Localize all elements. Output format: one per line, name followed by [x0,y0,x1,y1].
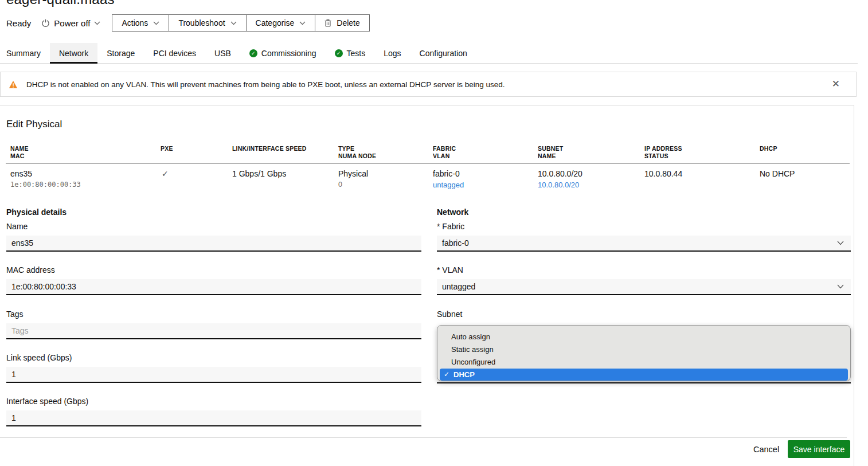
power-icon [41,19,50,28]
interface-ip: 10.0.80.44 [644,169,682,178]
vlan-select[interactable]: untagged [437,279,851,295]
tab-storage[interactable]: Storage [97,43,144,64]
interface-speed: 1 Gbps/1 Gbps [232,169,286,178]
delete-button[interactable]: Delete [315,15,369,31]
tags-label: Tags [6,310,24,319]
tab-usb-label: USB [214,49,231,58]
troubleshoot-button[interactable]: Troubleshoot [169,15,245,31]
save-interface-button[interactable]: Save interface [788,440,850,458]
edit-physical-panel: Edit Physical NAMEMAC PXE LINK/INTERFACE… [0,105,854,466]
link-speed-label: Link speed (Gbps) [6,353,72,362]
power-menu[interactable]: Power off [41,18,100,28]
actions-button[interactable]: Actions [112,15,169,31]
machine-tab-bar: Summary Network Storage PCI devices USB … [0,43,858,64]
option-dhcp[interactable]: ✓ DHCP [440,369,848,381]
interface-speed-input[interactable] [6,410,421,426]
fabric-label: * Fabric [437,222,464,231]
table-header-divider [6,163,850,164]
machine-action-group: Actions Troubleshoot Categorise Delete [112,14,369,32]
close-icon[interactable]: ✕ [832,79,840,89]
network-heading: Network [437,207,468,217]
chevron-down-icon [837,284,844,289]
chevron-down-icon [837,241,844,245]
actions-label: Actions [122,18,148,28]
mac-address-input[interactable] [6,279,421,295]
success-check-icon: ✓ [249,49,257,57]
tab-commissioning-label: Commissioning [261,49,316,58]
tab-configuration-label: Configuration [420,49,467,58]
tab-summary-label: Summary [6,49,41,58]
fabric-select-value: fabric-0 [442,238,469,248]
col-header-subnet-name: SUBNETNAME [538,145,563,160]
warning-message: DHCP is not enabled on any VLAN. This wi… [26,80,505,89]
tab-commissioning[interactable]: ✓ Commissioning [240,43,326,64]
physical-details-heading: Physical details [6,207,67,217]
option-auto-assign[interactable]: Auto assign [437,331,850,343]
tab-storage-label: Storage [107,49,135,58]
interface-speed-label: Interface speed (Gbps) [6,397,88,406]
vlan-label: * VLAN [437,265,463,275]
success-check-icon: ✓ [335,49,343,57]
col-header-ip-status: IP ADDRESSSTATUS [644,145,682,160]
tab-tests-label: Tests [347,49,366,58]
tab-logs-label: Logs [384,49,401,58]
tab-configuration[interactable]: Configuration [410,43,476,64]
selected-check-icon: ✓ [444,369,449,381]
machine-status: Ready [6,18,31,28]
vlan-link[interactable]: untagged [433,181,464,189]
subnet-label: Subnet [437,310,462,319]
footer-divider [0,437,847,438]
option-unconfigured[interactable]: Unconfigured [437,356,850,369]
col-header-name-mac: NAMEMAC [10,145,29,160]
tab-pci-devices[interactable]: PCI devices [144,43,205,64]
option-dhcp-label: DHCP [453,369,475,381]
col-header-speed: LINK/INTERFACE SPEED [232,145,307,152]
warning-icon [9,80,18,89]
name-input[interactable] [6,236,421,252]
tab-network-label: Network [59,49,88,58]
chevron-down-icon [299,21,306,25]
subnet-select-underline [437,382,851,383]
interface-numa: 0 [338,181,342,189]
categorise-button[interactable]: Categorise [246,15,315,31]
tab-logs[interactable]: Logs [374,43,410,64]
tab-network[interactable]: Network [50,43,97,64]
troubleshoot-label: Troubleshoot [178,18,225,28]
tab-usb[interactable]: USB [205,43,240,64]
delete-label: Delete [337,18,359,28]
interface-type: Physical [338,169,368,178]
power-label: Power off [54,18,90,28]
chevron-down-icon [94,21,100,25]
interface-dhcp: No DHCP [760,169,795,178]
link-speed-input[interactable] [6,367,421,383]
interface-mac: 1e:00:80:00:00:33 [10,181,81,189]
tags-input[interactable] [6,323,421,339]
col-header-fabric-vlan: FABRICVLAN [433,145,456,160]
subnet-dropdown-popup: Auto assign Static assign Unconfigured ✓… [437,325,851,381]
subnet-link[interactable]: 10.0.80.0/20 [538,181,579,189]
interface-fabric: fabric-0 [433,169,460,178]
status-action-row: Ready Power off Actions Troubleshoot Cat… [6,14,370,32]
machine-title: eager-quail.maas [6,0,115,7]
dhcp-warning-banner: DHCP is not enabled on any VLAN. This wi… [0,72,857,97]
pxe-check-icon: ✓ [162,169,169,178]
cancel-button[interactable]: Cancel [746,440,786,458]
chevron-down-icon [153,21,159,25]
chevron-down-icon [230,21,237,25]
name-label: Name [6,222,28,231]
vlan-select-value: untagged [442,282,475,291]
tab-tests[interactable]: ✓ Tests [326,43,375,64]
trash-icon [324,19,331,27]
panel-title: Edit Physical [6,119,62,130]
tab-pci-label: PCI devices [153,49,196,58]
categorise-label: Categorise [256,18,295,28]
option-static-assign[interactable]: Static assign [437,343,850,356]
mac-address-label: MAC address [6,265,55,275]
col-header-type-numa: TYPENUMA NODE [338,145,376,160]
interface-name: ens35 [10,169,32,178]
interface-subnet: 10.0.80.0/20 [538,169,582,178]
col-header-dhcp: DHCP [760,145,777,152]
tab-summary[interactable]: Summary [0,43,50,64]
col-header-pxe: PXE [161,145,173,152]
fabric-select[interactable]: fabric-0 [437,236,851,252]
